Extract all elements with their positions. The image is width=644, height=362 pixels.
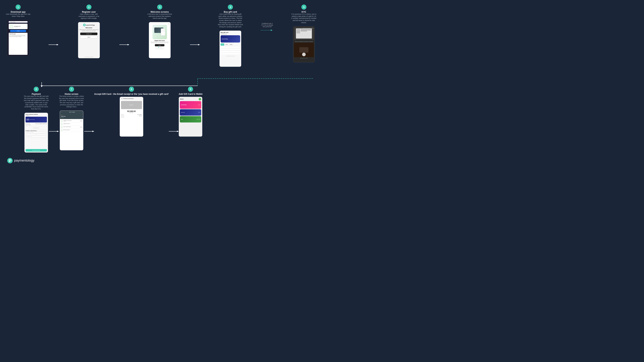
s1-install-btn[interactable]: Install — [10, 30, 26, 32]
s5-take-photo: Take a photo of user ID — [300, 57, 308, 59]
s8-row-label-2: R2,000.00 — [121, 115, 124, 116]
paymentology-logo-icon — [7, 158, 13, 163]
s4-email-field[interactable] — [220, 48, 240, 50]
s8-row-1: R250.00 Brown Market — [121, 114, 142, 115]
step-8: 8 Accept Gift Card - the Email receipt o… — [94, 87, 169, 137]
s7-banner-name: Join Doe — [61, 116, 82, 117]
down-arrow-svg — [40, 82, 44, 87]
s7-item-amount-1: R24.00 — [80, 121, 82, 121]
s9-green-network: club card — [196, 119, 200, 120]
s7-item-amount-2: ... — [82, 124, 82, 125]
step-desc-1: User downloads the app from App Store / … — [6, 13, 31, 17]
s7-item-icon-4 — [61, 129, 63, 131]
s9-pink-label: paymentology — [181, 104, 186, 105]
s6-name-field[interactable]: Cardholder name — [26, 136, 47, 137]
s4-footer: powered by paymentology — [220, 55, 240, 56]
s3-dots — [158, 47, 161, 48]
s1-about-text: You are downloading a free build that ha… — [9, 35, 27, 37]
step-badge-5: 5 — [301, 4, 306, 9]
step-badge-1: 1 — [16, 4, 21, 9]
s5-camera-frame — [294, 43, 314, 57]
s3-digital-title: Digital Gift Cards — [154, 40, 165, 41]
step-title-5: KYC — [302, 11, 306, 13]
s6-pay-btn[interactable]: Pay and save card — [26, 149, 47, 152]
s6-card-bar: paymentology — [26, 117, 47, 123]
s8-row-2: R2,000.00 John Doe — [121, 115, 142, 116]
s1-app-row: 🛍 com.paymentology Shopping Mall — [9, 24, 28, 29]
step-badge-4: 4 — [228, 4, 233, 9]
s7-item-info-4: Gift card purchased ... — [64, 129, 81, 131]
s4-amounts: R250 R500 R1000 — [220, 43, 240, 46]
step-badge-9: 9 — [188, 87, 193, 92]
step-title-8: Accept Gift Card - the Email receipt or … — [94, 93, 169, 95]
step-desc-5: If no previous KYC is done, user is aske… — [291, 13, 316, 24]
s8-rows: R250.00 Brown Market R2,000.00 John Doe … — [120, 114, 143, 136]
login-button[interactable]: Log in — [80, 36, 98, 38]
step-title-7: Home screen — [65, 93, 78, 95]
s4-amt-r500[interactable]: R500 — [225, 43, 228, 46]
s9-gift-card-pink: paymentology VISA — [180, 101, 201, 109]
s7-item-icon-1 — [61, 120, 63, 122]
step-desc-2: User creates a user, with username & pas… — [76, 13, 102, 19]
s6-name-placeholder: Cardholder name — [26, 136, 32, 137]
step-9-frame: Wallet + paymentology VISA Absa card VIS… — [179, 97, 202, 137]
step-7-frame: ← GIFT CARD Back Join Doe 01/2028 Sungla… — [60, 111, 83, 150]
s8-gift-card: GIFT — [121, 101, 142, 109]
step-badge-2: 2 — [86, 4, 92, 9]
svg-marker-19 — [177, 131, 179, 132]
step-1: 1 Download app User downloads the app fr… — [6, 4, 31, 56]
s3-close-icon: ✕ — [168, 23, 169, 25]
step-title-9: Add Gift Card to Wallet — [179, 93, 202, 95]
s3-topbar: ✕ — [150, 23, 170, 25]
step-title-2: Register user — [82, 11, 96, 13]
s6-expiry-field[interactable] — [26, 134, 36, 135]
s7-item-amount-4: ... — [82, 130, 82, 131]
s5-id-info — [301, 29, 311, 38]
s1-search-text: com.paymentology — [9, 21, 16, 22]
bottom-logo: paymentology — [7, 158, 34, 163]
s5-id-inner — [296, 28, 312, 38]
s8-header: Previous purchases — [120, 97, 143, 100]
s6-row2 — [26, 134, 47, 135]
s7-topbar-title: GIFT CARD — [69, 112, 75, 113]
s6-header: Select payment method — [26, 114, 47, 115]
s6-cvv-field[interactable] — [36, 134, 47, 135]
s7-back-icon: ← — [61, 112, 62, 113]
s6-spacer — [26, 138, 47, 139]
arrow-4-5-wrap: Conditional route: if KYC has not alread… — [261, 23, 274, 32]
step-9: 9 Add Gift Card to Wallet Wallet + payme… — [179, 87, 202, 137]
svg-point-2 — [84, 24, 85, 25]
s1-app-subname: Shopping Mall — [14, 27, 27, 27]
s4-amt-r1000[interactable]: R1000 — [229, 43, 233, 46]
s4-message-field[interactable] — [220, 51, 240, 52]
s2-welcome-desc: With this app you can easily buy a gift … — [79, 29, 98, 31]
svg-rect-20 — [9, 159, 10, 162]
arrow-7-8 — [84, 130, 94, 133]
s7-list: Sunglasses Hut Cavedon... Jul 2022 R24.0… — [60, 119, 83, 150]
step-title-4: Buy gift card — [224, 11, 237, 13]
s4-amt-r250[interactable]: R250 — [220, 43, 224, 46]
arrow-6-7 — [49, 130, 59, 133]
s1-search: com.paymentology — [9, 21, 28, 23]
s8-header-icon — [121, 98, 123, 100]
s5-national-label: National Identity Card — [303, 28, 313, 29]
s4-timing-field[interactable] — [220, 53, 240, 55]
s6-payment-details-label: PAYMENT CARD DETAILS — [26, 130, 47, 131]
s2-footer: powered by paymentology — [84, 56, 93, 57]
step-desc-7: The home screen is empty, unless the use… — [59, 95, 84, 108]
create-user-button[interactable]: Create user — [80, 32, 98, 35]
return-line-section — [6, 76, 316, 87]
s6-card-text: paymentology — [30, 119, 34, 120]
paymentology-logo-text: paymentology — [14, 159, 34, 163]
s7-item-icon-2 — [61, 123, 63, 125]
s4-recipient-field[interactable] — [220, 46, 240, 48]
s9-blue-network: VISA — [198, 112, 200, 113]
s6-card-number-field[interactable]: 0000 0000 0000 0000 — [26, 132, 47, 133]
arrow-svg-1-2 — [48, 43, 58, 46]
step-title-6: Payment — [32, 93, 41, 95]
s7-banner-label: Back — [61, 115, 82, 115]
s3-next-btn[interactable]: Next — [155, 44, 164, 46]
s6-amount-label: Amount: R35.... — [26, 123, 30, 124]
s5-id-card: National Identity Card — [294, 27, 314, 40]
arrow-svg-8-9 — [169, 130, 179, 133]
